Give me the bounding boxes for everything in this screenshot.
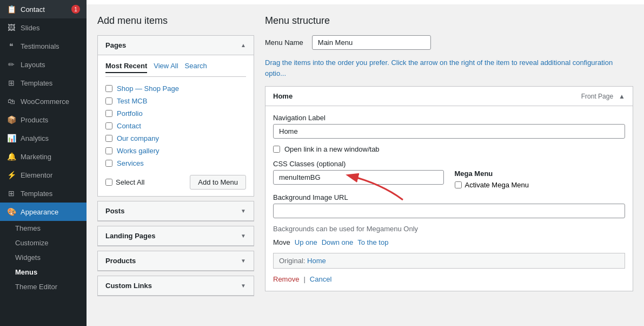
page-checkbox-works-gallery[interactable] bbox=[105, 147, 112, 154]
sidebar-item-analytics[interactable]: 📊 Analytics bbox=[0, 129, 87, 147]
landing-pages-accordion-header[interactable]: Landing Pages ▼ bbox=[98, 226, 254, 246]
page-checkbox-services[interactable] bbox=[105, 160, 112, 167]
home-menu-item-header: Home Front Page ▲ bbox=[265, 87, 633, 106]
page-link-contact[interactable]: Contact bbox=[117, 122, 141, 130]
bg-image-input[interactable] bbox=[273, 204, 625, 218]
page-link-test-mcb[interactable]: Test MCB bbox=[117, 97, 147, 105]
mega-col: Mega Menu Activate Mega Menu bbox=[455, 160, 626, 189]
elementor-icon: ⚡ bbox=[6, 170, 16, 180]
select-all-checkbox[interactable] bbox=[105, 179, 112, 186]
page-link-portfolio[interactable]: Portfolio bbox=[117, 109, 143, 118]
list-item: Shop — Shop Page bbox=[105, 82, 246, 95]
list-item: Our company bbox=[105, 132, 246, 145]
page-checkbox-portfolio[interactable] bbox=[105, 110, 112, 117]
bg-image-row: Background Image URL bbox=[273, 193, 625, 218]
posts-title: Posts bbox=[105, 207, 124, 215]
remove-link[interactable]: Remove bbox=[273, 275, 299, 283]
sidebar-label-marketing: Marketing bbox=[21, 153, 51, 161]
page-link-works-gallery[interactable]: Works gallery bbox=[117, 147, 160, 155]
home-item-arrow-icon[interactable]: ▲ bbox=[619, 93, 625, 100]
original-label: Original: bbox=[279, 257, 305, 265]
activate-mega-menu-checkbox[interactable] bbox=[455, 181, 462, 188]
sidebar-item-elementor[interactable]: ⚡ Elementor bbox=[0, 166, 87, 184]
select-all-row: Select All Add to Menu bbox=[105, 175, 246, 190]
marketing-icon: 🔔 bbox=[6, 152, 16, 161]
products-arrow-icon: ▼ bbox=[241, 258, 246, 264]
sidebar-label-layouts: Layouts bbox=[21, 61, 45, 69]
bg-image-label: Background Image URL bbox=[273, 193, 625, 201]
custom-links-title: Custom Links bbox=[105, 282, 152, 290]
page-link-our-company[interactable]: Our company bbox=[117, 134, 159, 142]
sidebar-label-slides: Slides bbox=[21, 24, 39, 32]
sidebar-label-woocommerce: WooCommerce bbox=[21, 97, 69, 106]
open-new-tab-checkbox[interactable] bbox=[273, 146, 280, 153]
sidebar-item-appearance[interactable]: 🎨 Appearance bbox=[0, 203, 87, 221]
sidebar-sub-item-themes[interactable]: Themes bbox=[0, 221, 87, 236]
move-down-link[interactable]: Down one bbox=[322, 238, 354, 246]
select-all-label[interactable]: Select All bbox=[105, 178, 144, 186]
posts-accordion-header[interactable]: Posts ▼ bbox=[98, 201, 254, 221]
sidebar-sub-item-customize[interactable]: Customize bbox=[0, 236, 87, 250]
add-menu-items-title: Add menu items bbox=[97, 15, 254, 27]
page-checkbox-shop[interactable] bbox=[105, 85, 112, 92]
sidebar-item-woocommerce[interactable]: 🛍 WooCommerce bbox=[0, 92, 87, 110]
list-item: Portfolio bbox=[105, 107, 246, 120]
menu-structure-panel: Menu structure Menu Name Drag the items … bbox=[265, 15, 633, 301]
open-new-tab-label[interactable]: Open link in a new window/tab bbox=[284, 145, 380, 153]
analytics-icon: 📊 bbox=[6, 133, 16, 143]
page-checkbox-test-mcb[interactable] bbox=[105, 97, 112, 105]
sidebar-item-slides[interactable]: 🖼 Slides bbox=[0, 18, 87, 37]
products-accordion-header[interactable]: Products ▼ bbox=[98, 251, 254, 271]
add-menu-items-panel: Add menu items Pages ▲ Most RecentView A… bbox=[97, 15, 254, 301]
menu-name-input[interactable] bbox=[312, 35, 431, 50]
activate-mega-menu-label[interactable]: Activate Mega Menu bbox=[465, 181, 529, 189]
list-item: Test MCB bbox=[105, 95, 246, 107]
page-checkbox-our-company[interactable] bbox=[105, 135, 112, 142]
nav-label-input[interactable] bbox=[273, 124, 625, 139]
posts-arrow-icon: ▼ bbox=[241, 208, 246, 214]
nav-label-label: Navigation Label bbox=[273, 114, 625, 122]
custom-links-accordion: Custom Links ▼ bbox=[97, 276, 254, 296]
tab-search[interactable]: Search bbox=[185, 62, 207, 73]
posts-accordion: Posts ▼ bbox=[97, 201, 254, 221]
slides-icon: 🖼 bbox=[6, 23, 16, 32]
pages-tabs: Most RecentView AllSearch bbox=[105, 62, 246, 77]
move-up-link[interactable]: Up one bbox=[295, 238, 317, 246]
css-col: CSS Classes (optional) bbox=[273, 160, 444, 185]
mega-menu-label: Mega Menu bbox=[455, 169, 529, 178]
page-link-services[interactable]: Services bbox=[117, 159, 144, 167]
move-top-link[interactable]: To the top bbox=[357, 238, 388, 246]
tab-most-recent[interactable]: Most Recent bbox=[105, 62, 147, 73]
sidebar-sub-item-menus[interactable]: Menus bbox=[0, 265, 87, 279]
landing-pages-arrow-icon: ▼ bbox=[241, 233, 246, 239]
contact-icon: 📋 bbox=[6, 4, 16, 14]
home-item-meta: Front Page ▲ bbox=[581, 93, 625, 100]
landing-pages-title: Landing Pages bbox=[105, 232, 155, 240]
sidebar-label-elementor: Elementor bbox=[21, 171, 52, 179]
tab-view-all[interactable]: View All bbox=[154, 62, 178, 73]
sidebar-item-products[interactable]: 📦 Products bbox=[0, 110, 87, 129]
page-checkbox-contact[interactable] bbox=[105, 122, 112, 129]
pages-accordion-header[interactable]: Pages ▲ bbox=[98, 36, 254, 55]
sidebar-sub-item-widgets[interactable]: Widgets bbox=[0, 250, 87, 265]
sidebar-item-layouts[interactable]: ✏ Layouts bbox=[0, 55, 87, 74]
nav-label-row: Navigation Label bbox=[273, 114, 625, 139]
sidebar-item-contact[interactable]: 📋 Contact 1 bbox=[0, 0, 87, 18]
home-menu-item: Home Front Page ▲ Navigation Label Open … bbox=[265, 86, 633, 291]
sidebar-item-templates2[interactable]: ⊞ Templates bbox=[0, 184, 87, 203]
sidebar-item-testimonials[interactable]: ❝ Testimonials bbox=[0, 37, 87, 55]
css-classes-input[interactable] bbox=[273, 170, 444, 185]
testimonials-icon: ❝ bbox=[6, 41, 16, 51]
page-link-shop[interactable]: Shop — Shop Page bbox=[117, 84, 179, 93]
sidebar-label-products: Products bbox=[21, 116, 48, 124]
sidebar-item-templates[interactable]: ⊞ Templates bbox=[0, 74, 87, 92]
custom-links-accordion-header[interactable]: Custom Links ▼ bbox=[98, 276, 254, 296]
action-links: Remove | Cancel bbox=[273, 275, 625, 283]
original-link[interactable]: Home bbox=[307, 257, 326, 265]
original-row: Original: Home bbox=[273, 253, 625, 269]
add-to-menu-button[interactable]: Add to Menu bbox=[190, 175, 246, 190]
sidebar-label-analytics: Analytics bbox=[21, 134, 49, 142]
sidebar-sub-item-theme-editor[interactable]: Theme Editor bbox=[0, 279, 87, 294]
sidebar-item-marketing[interactable]: 🔔 Marketing bbox=[0, 147, 87, 166]
cancel-link[interactable]: Cancel bbox=[310, 275, 331, 283]
